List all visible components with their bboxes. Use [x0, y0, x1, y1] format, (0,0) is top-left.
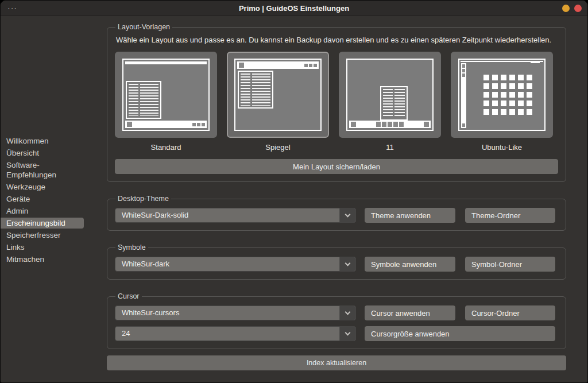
taskbar-shape — [349, 121, 431, 128]
eleven-preview — [346, 59, 434, 131]
icons-select[interactable]: WhiteSur-dark — [115, 257, 356, 272]
sidebar-nav: Willkommen Übersicht Software-Empfehlung… — [1, 16, 107, 383]
chevron-down-icon — [339, 257, 355, 271]
theme-select-value: WhiteSur-Dark-solid — [115, 208, 339, 222]
icons-folder-button[interactable]: Symbol-Ordner — [465, 257, 555, 272]
menu-shape — [126, 81, 161, 119]
spiegel-preview — [234, 59, 322, 131]
tile-label-standard: Standard — [115, 143, 217, 152]
window-close-button[interactable] — [574, 5, 582, 12]
desktop-theme-legend: Desktop-Theme — [115, 195, 171, 203]
dock-shape — [461, 63, 466, 128]
apply-cursor-button[interactable]: Cursor anwenden — [365, 305, 455, 320]
cursor-group: Cursor WhiteSur-cursors Cursor anwenden … — [107, 292, 566, 349]
icons-group: Symbole WhiteSur-dark Symbole anwenden S… — [107, 243, 566, 280]
theme-select[interactable]: WhiteSur-Dark-solid — [115, 208, 356, 223]
app-window: ··· Primo | GuideOS Einstellungen Willko… — [0, 0, 588, 383]
tile-label-11: 11 — [339, 143, 441, 152]
sidebar-item-links[interactable]: Links — [1, 242, 85, 253]
apply-cursor-size-button[interactable]: Cursorgröße anwenden — [365, 326, 555, 341]
ubuntu-preview — [458, 59, 546, 131]
sidebar-item-erscheinungsbild[interactable]: Erscheinungsbild — [1, 218, 84, 229]
apply-theme-button[interactable]: Theme anwenden — [365, 208, 455, 223]
tile-label-spiegel: Spiegel — [227, 143, 329, 152]
layout-templates-group: Layout-Vorlagen Wähle ein Layout aus und… — [107, 23, 566, 182]
sidebar-item-willkommen[interactable]: Willkommen — [1, 136, 85, 146]
standard-preview — [122, 59, 210, 131]
app-menu-button[interactable]: ··· — [7, 3, 17, 13]
sidebar-item-admin[interactable]: Admin — [1, 206, 85, 216]
cursor-size-select[interactable]: 24 — [115, 326, 356, 341]
window-title: Primo | GuideOS Einstellungen — [239, 4, 349, 13]
layout-tile-standard[interactable] — [115, 52, 217, 138]
content-area: Willkommen Übersicht Software-Empfehlung… — [1, 16, 587, 383]
taskbar-shape — [125, 121, 207, 128]
menu-shape — [238, 71, 273, 109]
chevron-down-icon — [339, 306, 355, 320]
sidebar-item-werkzeuge[interactable]: Werkzeuge — [1, 181, 85, 192]
taskbar-shape — [237, 61, 319, 69]
sidebar-item-geraete[interactable]: Geräte — [1, 194, 85, 204]
tile-label-ubuntu-like: Ubuntu-Like — [451, 143, 553, 152]
desktop-theme-group: Desktop-Theme WhiteSur-Dark-solid Theme … — [107, 195, 566, 231]
settings-panel: Layout-Vorlagen Wähle ein Layout aus und… — [107, 16, 566, 383]
chevron-down-icon — [339, 327, 355, 341]
cursor-folder-button[interactable]: Cursor-Ordner — [465, 305, 555, 320]
cursor-size-value: 24 — [115, 327, 339, 341]
chevron-down-icon — [339, 208, 355, 222]
app-grid-shape — [483, 75, 532, 115]
sidebar-item-speicherfresser[interactable]: Speicherfresser — [1, 230, 85, 241]
icons-select-value: WhiteSur-dark — [115, 257, 339, 271]
apply-icons-button[interactable]: Symbole anwenden — [365, 257, 455, 272]
layout-templates-legend: Layout-Vorlagen — [115, 23, 172, 31]
cursor-select[interactable]: WhiteSur-cursors — [115, 305, 356, 320]
titlebar: ··· Primo | GuideOS Einstellungen — [1, 1, 587, 16]
layout-template-tiles — [115, 52, 558, 138]
cursor-legend: Cursor — [115, 292, 142, 300]
backup-layout-button[interactable]: Mein Layout sichern/laden — [115, 159, 558, 174]
sidebar-item-uebersicht[interactable]: Übersicht — [1, 148, 85, 158]
icons-legend: Symbole — [115, 243, 148, 252]
layout-tile-spiegel[interactable] — [227, 52, 329, 138]
layout-tile-11[interactable] — [339, 52, 441, 138]
layout-template-labels: Standard Spiegel 11 Ubuntu-Like — [115, 138, 558, 152]
layout-description: Wähle ein Layout aus und passe es an. Du… — [116, 36, 558, 44]
window-controls — [562, 5, 582, 12]
sidebar-item-software-empfehlungen[interactable]: Software-Empfehlungen — [1, 160, 85, 180]
cursor-select-value: WhiteSur-cursors — [115, 306, 339, 320]
layout-tile-ubuntu-like[interactable] — [451, 52, 553, 138]
window-minimize-button[interactable] — [562, 5, 570, 12]
sidebar-item-mitmachen[interactable]: Mitmachen — [1, 254, 85, 265]
update-index-button[interactable]: Index aktualisieren — [107, 355, 566, 370]
theme-folder-button[interactable]: Theme-Ordner — [465, 208, 555, 223]
top-panel-shape — [125, 61, 207, 64]
menu-shape — [380, 86, 408, 121]
